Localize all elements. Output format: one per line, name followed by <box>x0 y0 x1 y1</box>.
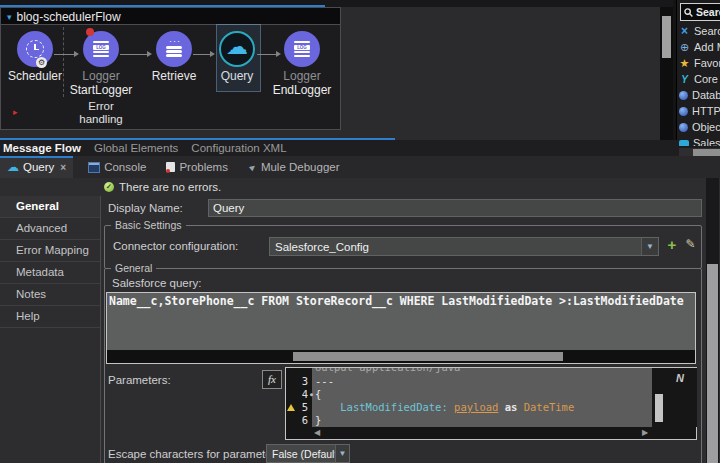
general-legend: General <box>111 262 156 274</box>
retrieve-icon-circle[interactable] <box>156 31 192 67</box>
error-handling-section[interactable]: ▸ Error handling <box>0 98 341 130</box>
escape-characters-select[interactable]: False (Default) ▼ <box>266 444 350 463</box>
parameters-label: Parameters: <box>108 374 171 386</box>
end-logger-icon-circle[interactable]: LOG <box>284 31 320 67</box>
expression-fx-button[interactable]: fx <box>262 370 282 389</box>
chevron-down-icon[interactable]: ▼ <box>335 445 349 462</box>
problems-icon <box>166 162 175 172</box>
query-icon-circle[interactable]: ☁ <box>219 31 255 67</box>
palette-item-objectstore[interactable]: ObjectStore <box>679 119 720 135</box>
palette-item-label: ObjectStore <box>692 121 720 133</box>
flow-body: ⚙SchedulerLOGLoggerStartLoggerRetrieve☁Q… <box>0 24 341 100</box>
start-logger-icon-circle[interactable]: LOG <box>83 31 119 67</box>
salesforce-query-editor[interactable]: Name__c,StorePhone__c FROM StoreRecord__… <box>106 292 696 364</box>
code-lines: output application/java3---4●{5 LastModi… <box>286 368 698 427</box>
parameters-dataweave-editor[interactable]: output application/java3---4●{5 LastModi… <box>285 367 697 440</box>
close-tab-icon[interactable]: × <box>60 162 66 173</box>
palette-item-database[interactable]: Database <box>679 87 720 103</box>
code-text[interactable]: LastModifiedDate: payload as DateTime <box>312 401 698 414</box>
palette-item-salesforce[interactable]: Salesforce <box>679 135 720 146</box>
flow-header[interactable]: ▾ blog-schedulerFlow <box>0 7 341 25</box>
sidebar-item-error-mapping[interactable]: Error Mapping <box>0 240 100 262</box>
palette-search-input[interactable]: Search <box>680 3 720 21</box>
mule-core-icon <box>679 74 690 85</box>
tab-configuration-xml[interactable]: Configuration XML <box>191 142 286 154</box>
anypoint-studio-window: ▾ blog-schedulerFlow ⚙SchedulerLOGLogger… <box>0 0 720 463</box>
search-icon <box>684 8 693 17</box>
sidebar-item-general[interactable]: General <box>0 196 100 218</box>
code-vertical-scrollbar[interactable] <box>652 368 666 427</box>
sidebar-item-advanced[interactable]: Advanced <box>0 218 100 240</box>
code-text[interactable]: } <box>312 414 698 427</box>
database-module-icon <box>679 91 688 100</box>
scheduler-gear-badge: ⚙ <box>36 57 47 68</box>
add-connector-config-button[interactable]: + <box>665 238 679 252</box>
collapse-triangle-icon[interactable]: ▾ <box>7 12 12 22</box>
tab-problems[interactable]: Problems <box>159 156 235 178</box>
tab-query[interactable]: ☁ Query × <box>0 156 73 178</box>
tab-global-elements[interactable]: Global Elements <box>94 142 178 154</box>
palette-item-label: Database <box>692 89 720 101</box>
scrollbar-thumb[interactable] <box>662 16 671 58</box>
dataweave-expand-icon[interactable]: N <box>676 372 684 384</box>
properties-vertical-scrollbar[interactable] <box>706 178 719 463</box>
palette-item-label: Add Modules <box>694 41 720 53</box>
basic-settings-legend: Basic Settings <box>111 219 186 231</box>
sidebar-item-notes[interactable]: Notes <box>0 284 100 306</box>
palette-item-label: HTTP <box>692 105 720 117</box>
error-marker-icon: ▸ <box>13 108 18 117</box>
code-text[interactable]: --- <box>312 375 698 388</box>
scrollbar-thumb[interactable] <box>655 394 663 422</box>
palette-item-core[interactable]: Core <box>679 71 720 87</box>
palette-item-label: Search in Exchange <box>694 25 720 37</box>
palette-item-add-modules[interactable]: Add Modules <box>679 39 720 55</box>
connector-configuration-select[interactable]: Salesforce_Config ▼ <box>269 237 659 256</box>
edit-connector-config-button[interactable]: ✎ <box>683 237 698 252</box>
code-horizontal-scrollbar[interactable]: ◀ ▶ <box>286 427 696 439</box>
canvas-vertical-scrollbar[interactable] <box>660 7 673 140</box>
node-sublabel: StartLogger <box>61 83 141 97</box>
flow-title: blog-schedulerFlow <box>17 10 121 24</box>
scroll-left-icon[interactable]: ◀ <box>314 428 320 437</box>
sidebar-item-metadata[interactable]: Metadata <box>0 262 100 284</box>
tab-console[interactable]: Console <box>81 156 153 178</box>
scrollbar-thumb[interactable] <box>693 149 720 156</box>
add-modules-icon <box>679 42 690 53</box>
display-name-input[interactable] <box>208 199 702 217</box>
line-number: 3 <box>286 375 312 388</box>
scroll-right-icon[interactable]: ▶ <box>642 428 648 437</box>
node-sublabel: EndLogger <box>262 83 342 97</box>
code-line-6: 6} <box>286 414 698 427</box>
sidebar-item-help[interactable]: Help <box>0 306 100 328</box>
scrollbar-thumb[interactable] <box>707 264 718 463</box>
objectstore-module-icon <box>679 123 688 132</box>
tab-message-flow[interactable]: Message Flow <box>3 142 81 154</box>
basic-settings-group: Basic Settings Connector configuration: … <box>104 225 702 269</box>
scrollbar-thumb[interactable] <box>293 352 563 361</box>
node-label: Logger <box>262 70 342 83</box>
properties-panel: ✓ There are no errors. GeneralAdvancedEr… <box>0 178 720 463</box>
palette-item-search-in-exchange[interactable]: Search in Exchange <box>679 23 720 39</box>
flow-canvas[interactable]: ▾ blog-schedulerFlow ⚙SchedulerLOGLogger… <box>0 7 660 140</box>
clock-icon <box>26 40 44 58</box>
scheduler-icon-circle[interactable] <box>17 31 53 67</box>
line-number: 6 <box>286 414 312 427</box>
flow-node-start-logger[interactable]: LOGLoggerStartLogger <box>61 25 141 97</box>
salesforce-query-text[interactable]: Name__c,StorePhone__c FROM StoreRecord__… <box>107 293 695 351</box>
bottom-view-tabbar: ☁ Query × Console Problems ► Mule Debugg… <box>0 156 720 179</box>
query-horizontal-scrollbar[interactable] <box>107 350 695 363</box>
debugger-icon: ► <box>246 160 259 173</box>
code-text[interactable]: { <box>312 388 698 401</box>
chevron-down-icon[interactable]: ▼ <box>641 238 658 255</box>
search-placeholder: Search <box>696 6 720 18</box>
flow-node-end-logger[interactable]: LOGLoggerEndLogger <box>262 25 342 97</box>
salesforce-query-label: Salesforce query: <box>112 277 202 289</box>
palette-item-favorites[interactable]: Favorites <box>679 55 720 71</box>
flow-container: ▾ blog-schedulerFlow ⚙SchedulerLOGLogger… <box>0 7 341 129</box>
exchange-icon <box>679 26 690 37</box>
tab-mule-debugger[interactable]: ► Mule Debugger <box>241 156 347 178</box>
line-number: 4● <box>286 388 312 401</box>
palette-item-list: Search in ExchangeAdd ModulesFavoritesCo… <box>679 23 720 146</box>
fold-marker-icon[interactable]: ● <box>310 388 313 401</box>
palette-item-http[interactable]: HTTP <box>679 103 720 119</box>
